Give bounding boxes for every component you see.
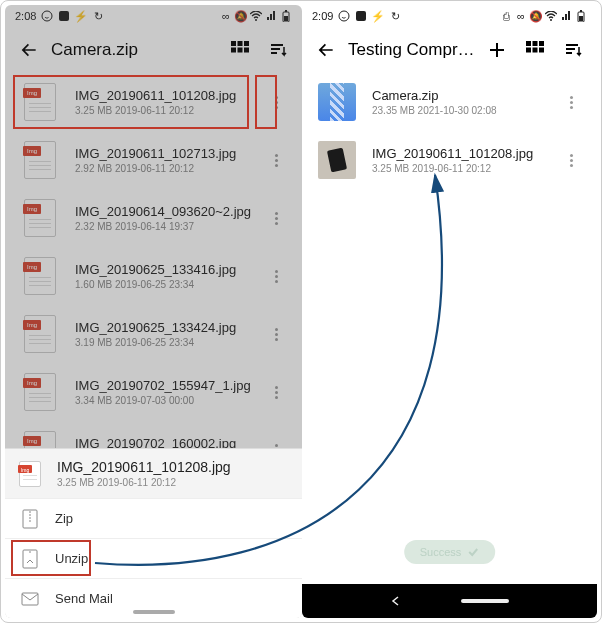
highlight-more-button xyxy=(255,75,277,129)
grid-view-icon[interactable] xyxy=(226,36,254,64)
app-icon xyxy=(58,10,70,22)
more-icon[interactable] xyxy=(266,328,286,341)
list-item[interactable]: Img IMG_20190611_102713.jpg2.92 MB 2019-… xyxy=(5,131,302,189)
wifi-icon xyxy=(545,10,557,22)
grid-view-icon[interactable] xyxy=(521,36,549,64)
phone-left: 2:08 ⚡ ↻ ∞ 🔕 Came xyxy=(5,5,302,618)
svg-rect-9 xyxy=(231,48,236,53)
page-title: Camera.zip xyxy=(43,40,226,60)
android-navbar xyxy=(302,584,597,618)
success-toast: Success xyxy=(404,540,496,564)
status-time: 2:08 xyxy=(15,10,36,22)
bolt-icon: ⚡ xyxy=(372,10,384,22)
list-item[interactable]: Img IMG_20190614_093620~2.jpg2.32 MB 201… xyxy=(5,189,302,247)
sync-icon: ↻ xyxy=(92,10,104,22)
svg-rect-20 xyxy=(579,16,583,21)
bell-off-icon: 🔕 xyxy=(530,10,542,22)
svg-point-17 xyxy=(550,19,552,21)
whatsapp-icon xyxy=(41,10,53,22)
file-list: Camera.zip23.35 MB 2021-10-30 02:08 IMG_… xyxy=(302,73,597,618)
sort-icon[interactable] xyxy=(559,36,587,64)
svg-rect-6 xyxy=(231,41,236,46)
status-time: 2:09 xyxy=(312,10,333,22)
wifi-icon xyxy=(250,10,262,22)
app-bar: Testing Compres… xyxy=(302,27,597,73)
svg-rect-22 xyxy=(533,41,538,46)
svg-rect-26 xyxy=(539,48,544,53)
bolt-icon: ⚡ xyxy=(75,10,87,22)
svg-rect-5 xyxy=(284,16,288,21)
sheet-header: Img IMG_20190611_101208.jpg 3.25 MB 2019… xyxy=(5,449,302,498)
highlight-unzip xyxy=(11,540,91,576)
list-item[interactable]: Img IMG_20190625_133424.jpg3.19 MB 2019-… xyxy=(5,305,302,363)
svg-rect-14 xyxy=(22,593,38,605)
svg-rect-1 xyxy=(59,11,69,21)
phone-right: 2:09 ⚡ ↻ ⎙ ∞ 🔕 Testing Compres… xyxy=(302,5,597,618)
battery-icon xyxy=(280,10,292,22)
back-icon[interactable] xyxy=(15,36,43,64)
sheet-unzip-button[interactable]: Unzip xyxy=(5,538,302,578)
zip-folder-icon xyxy=(318,83,356,121)
highlight-selected-row xyxy=(13,75,249,129)
more-icon[interactable] xyxy=(266,270,286,283)
add-icon[interactable] xyxy=(483,36,511,64)
mail-icon xyxy=(19,588,41,610)
image-thumb xyxy=(318,141,356,179)
svg-rect-24 xyxy=(526,48,531,53)
more-icon[interactable] xyxy=(561,96,581,109)
svg-rect-21 xyxy=(526,41,531,46)
signal-icon xyxy=(560,10,572,22)
more-icon[interactable] xyxy=(266,386,286,399)
list-item[interactable]: Camera.zip23.35 MB 2021-10-30 02:08 xyxy=(302,73,597,131)
bottom-sheet: Img IMG_20190611_101208.jpg 3.25 MB 2019… xyxy=(5,448,302,618)
svg-rect-4 xyxy=(285,10,287,12)
svg-rect-25 xyxy=(533,48,538,53)
zip-icon xyxy=(19,508,41,530)
back-icon[interactable] xyxy=(312,36,340,64)
svg-point-2 xyxy=(255,19,257,21)
list-item[interactable]: IMG_20190611_101208.jpg3.25 MB 2019-06-1… xyxy=(302,131,597,189)
sort-icon[interactable] xyxy=(264,36,292,64)
list-item[interactable]: Img IMG_20190625_133416.jpg1.60 MB 2019-… xyxy=(5,247,302,305)
svg-rect-19 xyxy=(580,10,582,12)
bell-off-icon: 🔕 xyxy=(235,10,247,22)
nav-back-icon[interactable] xyxy=(391,596,401,606)
app-icon xyxy=(355,10,367,22)
sheet-file-name: IMG_20190611_101208.jpg xyxy=(57,459,231,475)
svg-rect-8 xyxy=(244,41,249,46)
more-icon[interactable] xyxy=(266,154,286,167)
svg-rect-23 xyxy=(539,41,544,46)
cast-icon: ⎙ xyxy=(500,10,512,22)
svg-rect-16 xyxy=(356,11,366,21)
nav-home-pill[interactable] xyxy=(461,599,509,603)
svg-rect-10 xyxy=(238,48,243,53)
svg-rect-7 xyxy=(238,41,243,46)
list-item[interactable]: Img IMG_20190702_155947_1.jpg3.34 MB 201… xyxy=(5,363,302,421)
svg-point-15 xyxy=(339,11,349,21)
battery-icon xyxy=(575,10,587,22)
sheet-zip-button[interactable]: Zip xyxy=(5,498,302,538)
nav-pill xyxy=(133,610,175,614)
sheet-file-meta: 3.25 MB 2019-06-11 20:12 xyxy=(57,477,231,488)
link-icon: ∞ xyxy=(220,10,232,22)
status-bar: 2:09 ⚡ ↻ ⎙ ∞ 🔕 xyxy=(302,5,597,27)
page-title: Testing Compres… xyxy=(340,40,483,60)
link-icon: ∞ xyxy=(515,10,527,22)
svg-rect-11 xyxy=(244,48,249,53)
whatsapp-icon xyxy=(338,10,350,22)
signal-icon xyxy=(265,10,277,22)
more-icon[interactable] xyxy=(561,154,581,167)
svg-point-0 xyxy=(42,11,52,21)
sync-icon: ↻ xyxy=(389,10,401,22)
app-bar: Camera.zip xyxy=(5,27,302,73)
more-icon[interactable] xyxy=(266,212,286,225)
svg-rect-12 xyxy=(23,510,37,528)
status-bar: 2:08 ⚡ ↻ ∞ 🔕 xyxy=(5,5,302,27)
